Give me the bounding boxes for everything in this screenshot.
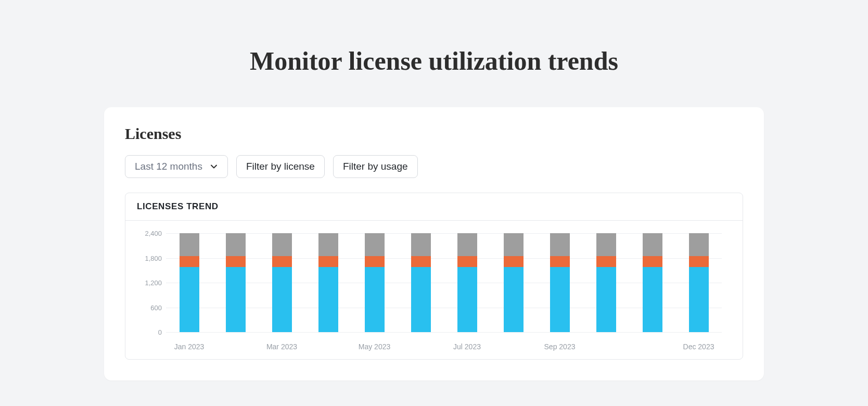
chart-bar-segment (272, 233, 292, 256)
chart-bar (318, 233, 338, 332)
chart-bar (272, 233, 292, 332)
chart-x-tick-label: Mar 2023 (266, 342, 297, 351)
chart-bar-slot (351, 233, 398, 332)
chart-x-tick-label: Dec 2023 (683, 342, 714, 351)
chart-bar-segment (643, 267, 662, 332)
chart-bar-segment (226, 233, 246, 256)
chart-bar-segment (180, 233, 199, 256)
chart-card: LICENSES TREND 2,4001,8001,2006000 Jan 2… (125, 193, 743, 360)
filter-by-usage-button[interactable]: Filter by usage (333, 155, 418, 178)
chart-y-tick-label: 1,800 (138, 254, 162, 262)
chart-bar (180, 233, 199, 332)
chart-y-tick-label: 2,400 (138, 230, 162, 237)
chart-bar-segment (550, 256, 570, 267)
chart-body: 2,4001,8001,2006000 Jan 2023Mar 2023May … (125, 221, 743, 359)
chart-x-tick-label: Jul 2023 (453, 342, 481, 351)
chart-bar-segment (318, 256, 338, 267)
chart-bar-slot (259, 233, 305, 332)
chart-bar-slot (398, 233, 444, 332)
chart-bar-segment (643, 256, 662, 267)
chart-x-axis: Jan 2023Mar 2023May 2023Jul 2023Sep 2023… (166, 342, 722, 355)
chart-bar-slot (212, 233, 259, 332)
chart-bar-segment (272, 256, 292, 267)
chart-bar-slot (629, 233, 675, 332)
chart-bar-segment (318, 267, 338, 332)
chart-bar (596, 233, 616, 332)
chart-bar-slot (583, 233, 629, 332)
chart-bar (411, 233, 431, 332)
chart-bar-segment (365, 267, 385, 332)
chart-plot: 2,4001,8001,2006000 (166, 233, 722, 332)
chart-x-tick-label: May 2023 (359, 342, 390, 351)
chart-y-tick-label: 600 (138, 303, 162, 311)
chart-bar-segment (365, 233, 385, 256)
chart-bar-segment (550, 233, 570, 256)
chart-bar (226, 233, 246, 332)
chart-bar-segment (550, 267, 570, 332)
chart-bar-segment (411, 233, 431, 256)
chart-bar-segment (226, 267, 246, 332)
chart-bar-segment (689, 256, 709, 267)
licenses-card: Licenses Last 12 months Filter by licens… (104, 107, 764, 380)
chart-bar-segment (457, 233, 477, 256)
chart-bar-segment (411, 267, 431, 332)
chart-bar-segment (689, 233, 709, 256)
chart-bar (689, 233, 709, 332)
chart-x-tick-label: Jan 2023 (174, 342, 205, 351)
chart-gridline (166, 332, 722, 333)
chart-bar-segment (226, 256, 246, 267)
chevron-down-icon (210, 162, 218, 171)
chart-bar-segment (457, 267, 477, 332)
chart-bar-segment (596, 233, 616, 256)
chart-bar-slot (490, 233, 537, 332)
chart-bar (457, 233, 477, 332)
page: Monitor license utilization trends Licen… (0, 0, 868, 406)
chart-bar-slot (675, 233, 722, 332)
chart-bar (550, 233, 570, 332)
chart-y-tick-label: 1,200 (138, 279, 162, 287)
chart-bar-segment (180, 256, 199, 267)
page-title: Monitor license utilization trends (0, 0, 868, 107)
filter-by-license-label: Filter by license (246, 161, 315, 172)
card-title: Licenses (125, 125, 743, 143)
period-select[interactable]: Last 12 months (125, 155, 228, 178)
chart-bar (504, 233, 524, 332)
filter-by-license-button[interactable]: Filter by license (236, 155, 325, 178)
chart-bar-segment (504, 256, 524, 267)
chart-y-tick-label: 0 (138, 328, 162, 336)
controls-row: Last 12 months Filter by license Filter … (125, 155, 743, 178)
chart-bars-row (166, 233, 722, 332)
period-select-label: Last 12 months (135, 161, 202, 172)
chart-bar-slot (305, 233, 351, 332)
chart-bar-segment (596, 267, 616, 332)
chart-bar-segment (411, 256, 431, 267)
chart-bar (365, 233, 385, 332)
chart-bar-segment (457, 256, 477, 267)
chart-bar (643, 233, 662, 332)
chart-bar-segment (180, 267, 199, 332)
chart-bar-slot (444, 233, 490, 332)
chart-bar-segment (272, 267, 292, 332)
filter-by-usage-label: Filter by usage (343, 161, 408, 172)
chart-bar-segment (689, 267, 709, 332)
chart-bar-segment (504, 267, 524, 332)
chart-bar-segment (504, 233, 524, 256)
chart-bar-segment (596, 256, 616, 267)
chart-title: LICENSES TREND (125, 193, 743, 221)
chart-x-tick-label: Sep 2023 (544, 342, 576, 351)
chart-bar-slot (537, 233, 583, 332)
chart-bar-segment (318, 233, 338, 256)
chart-bar-segment (365, 256, 385, 267)
chart-bar-slot (166, 233, 212, 332)
chart-bar-segment (643, 233, 662, 256)
